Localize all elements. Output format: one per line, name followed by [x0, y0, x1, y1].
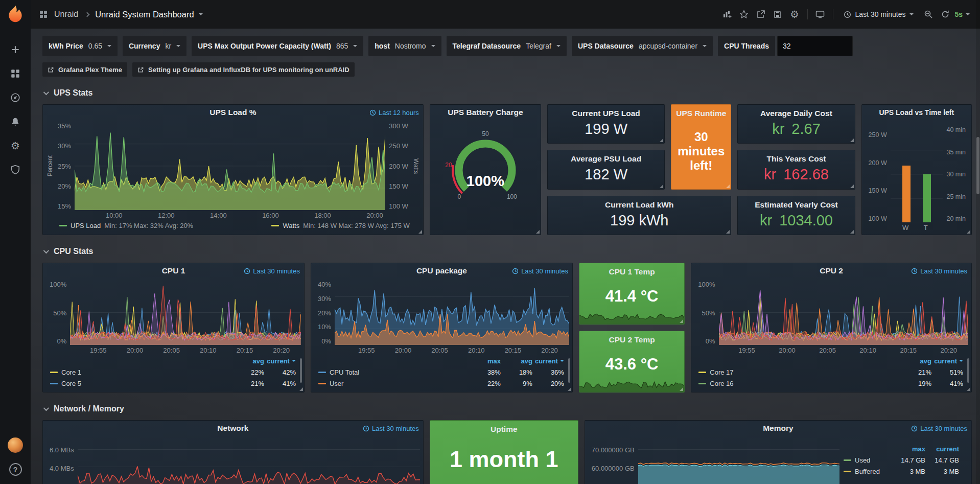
link-ups-monitoring-guide[interactable]: Setting up Grafana and InfluxDB for UPS … [132, 62, 355, 77]
section-cpu-stats[interactable]: CPU Stats [43, 245, 972, 258]
ups-load-plot[interactable] [75, 122, 385, 210]
panel-resize-handle[interactable] [850, 230, 854, 234]
section-network-memory[interactable]: Network / Memory [43, 403, 972, 415]
breadcrumb-folder[interactable]: Unraid [54, 10, 78, 19]
add-panel-button[interactable] [719, 6, 736, 22]
cpu2-plot[interactable] [719, 281, 968, 345]
legend-header-current[interactable]: current [925, 445, 959, 453]
configuration-button[interactable]: ⚙ [5, 136, 26, 155]
variable-host[interactable]: host Nostromo [368, 36, 441, 56]
legend-header-max[interactable]: max [469, 357, 501, 365]
variable-currency[interactable]: Currency kr [123, 36, 186, 56]
stat-title[interactable]: Current Load kWh [605, 200, 673, 210]
create-button[interactable] [5, 40, 26, 59]
panel-title[interactable]: CPU package [416, 266, 467, 275]
stat-title[interactable]: UPS Runtime [676, 109, 726, 118]
y-axis-ticks-right: 300 W 250 W 200 W 150 W 100 W [385, 122, 412, 210]
save-button[interactable] [769, 6, 786, 22]
panel-title[interactable]: Memory [763, 424, 793, 433]
server-admin-button[interactable] [5, 160, 26, 179]
legend-scrollbar[interactable] [967, 358, 969, 383]
star-button[interactable] [736, 6, 753, 22]
cpu1-plot[interactable] [70, 281, 301, 345]
breadcrumb-title[interactable]: Unraid System Dashboard [95, 10, 194, 19]
panel-resize-handle[interactable] [850, 139, 854, 142]
legend-header-max[interactable]: max [892, 445, 925, 453]
network-plot[interactable] [78, 438, 420, 484]
legend-series-name[interactable]: Core 5 [61, 380, 232, 387]
stat-title[interactable]: Estimated Yearly Cost [755, 200, 838, 210]
stat-title[interactable]: Average PSU Load [571, 154, 641, 164]
panel-resize-handle[interactable] [967, 230, 970, 234]
panel-resize-handle[interactable] [967, 387, 970, 391]
chevron-down-icon [43, 89, 49, 95]
panel-title[interactable]: UPS Load % [209, 108, 256, 117]
variable-telegraf-datasource[interactable]: Telegraf Datasource Telegraf [447, 36, 567, 56]
legend-scrollbar[interactable] [300, 358, 302, 383]
user-avatar[interactable] [8, 437, 23, 453]
refresh-interval-picker[interactable]: 5s [953, 10, 973, 18]
panel-title[interactable]: CPU 2 [820, 266, 843, 275]
grafana-logo[interactable] [5, 4, 26, 26]
panel-resize-handle[interactable] [418, 230, 422, 234]
panel-resize-handle[interactable] [680, 387, 683, 391]
legend-header-current[interactable]: current [532, 357, 564, 365]
panel-resize-handle[interactable] [660, 139, 663, 142]
memory-plot[interactable] [638, 438, 839, 484]
share-button[interactable] [753, 6, 769, 22]
legend-series-name[interactable]: Core 17 [710, 368, 900, 376]
panel-resize-handle[interactable] [680, 319, 683, 323]
panel-resize-handle[interactable] [850, 185, 854, 188]
panel-resize-handle[interactable] [568, 387, 571, 391]
panel-resize-handle[interactable] [726, 185, 730, 188]
panel-resize-handle[interactable] [536, 230, 540, 234]
variable-ups-max-output[interactable]: UPS Max Output Power Capacity (Watt) 865 [192, 36, 363, 56]
legend-header-avg[interactable]: avg [501, 357, 532, 365]
stat-title[interactable]: Current UPS Load [572, 109, 640, 118]
stat-title[interactable]: Uptime [491, 425, 518, 434]
breadcrumb-caret-icon[interactable] [199, 13, 203, 15]
legend-series-name[interactable]: UPS Load [71, 222, 101, 229]
panel-resize-handle[interactable] [299, 387, 303, 391]
legend-series-name[interactable]: Core 1 [61, 368, 232, 376]
section-ups-stats[interactable]: UPS Stats [43, 87, 972, 99]
refresh-button[interactable] [937, 6, 953, 22]
panel-title[interactable]: UPS Load vs Time left [879, 108, 954, 117]
time-range-picker[interactable]: Last 30 minutes [837, 10, 920, 18]
link-grafana-plex-theme[interactable]: Grafana Plex Theme [42, 62, 127, 77]
legend-header-avg[interactable]: avg [232, 357, 264, 365]
panel-title[interactable]: CPU 1 [162, 266, 185, 275]
panel-title[interactable]: UPS Battery Charge [448, 108, 523, 117]
cycle-view-button[interactable] [812, 6, 829, 22]
stat-title[interactable]: Average Daily Cost [760, 109, 832, 118]
legend-series-name[interactable]: User [330, 380, 469, 387]
legend-header-avg[interactable]: avg [900, 357, 931, 365]
stat-title[interactable]: This Years Cost [766, 154, 826, 164]
legend-header-current[interactable]: current [931, 357, 963, 365]
explore-button[interactable] [5, 88, 26, 107]
legend-value: 9% [501, 380, 532, 387]
page-scrollbar-thumb[interactable] [976, 137, 979, 194]
help-button[interactable]: ? [9, 463, 22, 476]
panel-title[interactable]: Network [217, 424, 248, 433]
legend-series-name[interactable]: CPU Total [330, 368, 469, 376]
variable-ups-datasource[interactable]: UPS Datasource apcupsd-container [572, 36, 713, 56]
legend-header-current[interactable]: current [264, 357, 296, 365]
legend-series-name[interactable]: Used [855, 456, 892, 464]
dashboards-button[interactable] [5, 64, 26, 83]
cpu-package-plot[interactable] [335, 281, 569, 345]
legend-series-name[interactable]: Core 16 [710, 380, 900, 387]
stat-title[interactable]: CPU 2 Temp [609, 335, 655, 344]
cpu-threads-input[interactable] [777, 36, 853, 56]
legend-series-name[interactable]: Watts [283, 222, 299, 229]
stat-title[interactable]: CPU 1 Temp [609, 267, 655, 276]
panel-resize-handle[interactable] [660, 185, 663, 188]
alerting-button[interactable] [5, 112, 26, 131]
variable-kwh-price[interactable]: kWh Price 0.65 [42, 36, 118, 56]
legend-scrollbar[interactable] [568, 358, 570, 383]
dashboard-grid-icon[interactable] [39, 10, 48, 19]
dashboard-settings-button[interactable]: ⚙ [786, 6, 803, 22]
panel-resize-handle[interactable] [726, 230, 730, 234]
zoom-out-button[interactable] [920, 6, 937, 22]
legend-series-name[interactable]: Buffered [855, 468, 892, 475]
